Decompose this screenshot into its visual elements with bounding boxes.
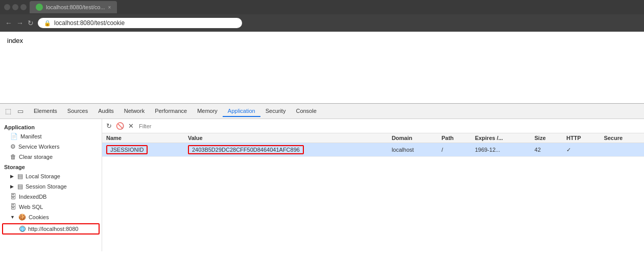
address-text: localhost:8080/test/cookie [54, 19, 125, 27]
col-value: Value [184, 133, 388, 143]
manifest-icon: 📄 [10, 133, 18, 140]
window-minimize-dot [12, 4, 18, 10]
devtools-device-icon[interactable]: ▭ [15, 106, 26, 116]
cell-secure [600, 143, 644, 157]
tab-security[interactable]: Security [260, 106, 291, 117]
lock-icon: 🔒 [44, 20, 51, 27]
tab-performance[interactable]: Performance [150, 106, 192, 117]
sidebar-item-indexeddb[interactable]: 🗄 IndexedDB [0, 192, 102, 202]
col-expires: Expires /... [471, 133, 531, 143]
refresh-cookies-button[interactable]: ↻ [105, 121, 113, 131]
sidebar-item-local-storage[interactable]: ▶ ▤ Local Storage [0, 171, 102, 181]
forward-button[interactable]: → [16, 19, 23, 27]
sidebar-item-session-storage[interactable]: ▶ ▤ Session Storage [0, 181, 102, 192]
window-close-dot [4, 4, 10, 10]
expand-cookies-icon: ▼ [10, 215, 15, 220]
clear-cookies-button[interactable]: 🚫 [115, 121, 125, 131]
tab-audits[interactable]: Audits [93, 106, 119, 117]
col-http: HTTP [562, 133, 600, 143]
name-cell-value: JSESSIONID [106, 145, 148, 154]
indexeddb-icon: 🗄 [10, 193, 16, 200]
page-index-text: index [7, 37, 23, 44]
local-storage-icon: ▤ [17, 173, 23, 180]
cookies-table: Name Value Domain Path Expires /... Size… [102, 133, 644, 157]
sidebar-session-storage-label: Session Storage [26, 183, 67, 190]
sidebar-item-cookies[interactable]: ▼ 🍪 Cookies [0, 212, 102, 222]
col-name: Name [102, 133, 184, 143]
tab-network[interactable]: Network [119, 106, 150, 117]
sidebar-item-manifest[interactable]: 📄 Manifest [0, 131, 102, 142]
devtools-icon-area: ⬚ ▭ [3, 106, 26, 116]
devtools-tab-bar: ⬚ ▭ Elements Sources Audits Network Perf… [0, 104, 644, 119]
close-filter-button[interactable]: ✕ [127, 121, 135, 131]
globe-icon: 🌐 [19, 226, 26, 232]
cell-name: JSESSIONID [102, 143, 184, 157]
col-path: Path [437, 133, 470, 143]
sidebar-cookies-label: Cookies [29, 214, 49, 220]
sidebar-application-label: Application [0, 122, 102, 131]
sidebar-storage-label: Storage [0, 162, 102, 171]
cell-value: 2403B5D29DC28CFF50D8464041AFC896 [184, 143, 388, 157]
tab-application[interactable]: Application [223, 106, 260, 117]
cookies-table-body: JSESSIONID 2403B5D29DC28CFF50D8464041AFC… [102, 143, 644, 157]
devtools-main-panel: ↻ 🚫 ✕ Name Value Domain Path Expires /..… [102, 119, 644, 251]
cell-size: 42 [531, 143, 562, 157]
sidebar-local-storage-label: Local Storage [26, 173, 60, 179]
cell-http: ✓ [562, 143, 600, 157]
browser-window-controls [4, 4, 27, 10]
web-sql-icon: 🗄 [10, 203, 16, 210]
reload-button[interactable]: ↻ [28, 19, 34, 27]
devtools-panel: ⬚ ▭ Elements Sources Audits Network Perf… [0, 103, 644, 251]
tab-sources[interactable]: Sources [62, 106, 93, 117]
devtools-sidebar: Application 📄 Manifest ⚙ Service Workers… [0, 119, 102, 251]
address-bar-row: ← → ↻ 🔒 localhost:8080/test/cookie [0, 14, 644, 32]
col-size: Size [531, 133, 562, 143]
tab-favicon [36, 4, 43, 11]
col-domain: Domain [388, 133, 438, 143]
sidebar-service-workers-label: Service Workers [18, 144, 59, 150]
cell-path: / [437, 143, 470, 157]
col-secure: Secure [600, 133, 644, 143]
sidebar-item-service-workers[interactable]: ⚙ Service Workers [0, 142, 102, 152]
tab-elements[interactable]: Elements [29, 106, 62, 117]
cell-expires: 1969-12... [471, 143, 531, 157]
cell-domain: localhost [388, 143, 438, 157]
tab-close-btn[interactable]: × [108, 5, 111, 10]
back-button[interactable]: ← [5, 19, 12, 27]
devtools-inspect-icon[interactable]: ⬚ [3, 106, 13, 116]
sidebar-item-clear-storage[interactable]: 🗑 Clear storage [0, 152, 102, 162]
devtools-body: Application 📄 Manifest ⚙ Service Workers… [0, 119, 644, 251]
address-bar[interactable]: 🔒 localhost:8080/test/cookie [38, 18, 242, 28]
service-workers-icon: ⚙ [10, 143, 16, 150]
clear-storage-icon: 🗑 [10, 153, 16, 160]
page-content-area: index [0, 32, 644, 103]
devtools-main-toolbar: ↻ 🚫 ✕ [102, 119, 644, 133]
sidebar-item-web-sql[interactable]: 🗄 Web SQL [0, 202, 102, 212]
expand-local-storage-icon: ▶ [10, 174, 14, 179]
sidebar-cookie-url-label: http://localhost:8080 [28, 226, 78, 232]
sidebar-web-sql-label: Web SQL [19, 204, 43, 210]
sidebar-indexeddb-label: IndexedDB [19, 194, 46, 200]
value-cell-value: 2403B5D29DC28CFF50D8464041AFC896 [188, 145, 304, 154]
cookies-icon: 🍪 [18, 214, 26, 221]
expand-session-storage-icon: ▶ [10, 184, 14, 189]
sidebar-clear-storage-label: Clear storage [19, 154, 53, 160]
cookies-table-area: Name Value Domain Path Expires /... Size… [102, 133, 644, 251]
window-maximize-dot [20, 4, 27, 10]
sidebar-manifest-label: Manifest [20, 133, 42, 139]
cookies-table-header: Name Value Domain Path Expires /... Size… [102, 133, 644, 143]
session-storage-icon: ▤ [17, 183, 23, 190]
filter-input[interactable] [137, 122, 641, 130]
tab-title: localhost:8080/test/co... [46, 4, 105, 10]
table-row[interactable]: JSESSIONID 2403B5D29DC28CFF50D8464041AFC… [102, 143, 644, 157]
browser-top-bar: localhost:8080/test/co... × [0, 0, 644, 14]
tab-console[interactable]: Console [291, 106, 321, 117]
browser-tab[interactable]: localhost:8080/test/co... × [30, 1, 117, 13]
sidebar-cookie-url-item[interactable]: 🌐 http://localhost:8080 [2, 223, 100, 234]
tab-memory[interactable]: Memory [192, 106, 223, 117]
